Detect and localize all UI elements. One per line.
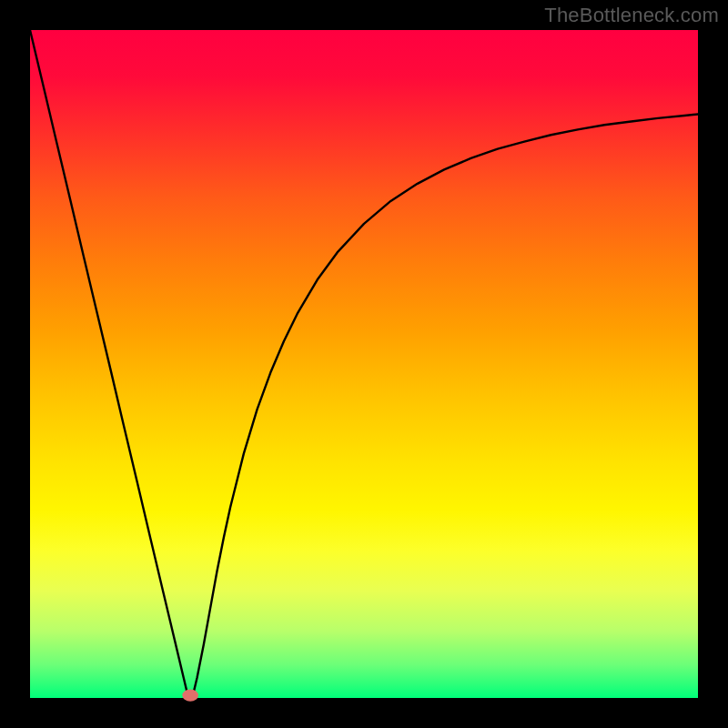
chart-frame: TheBottleneck.com: [0, 0, 728, 728]
bottleneck-chart: [0, 0, 728, 728]
minimum-marker: [182, 689, 198, 701]
plot-background: [30, 30, 698, 698]
watermark-text: TheBottleneck.com: [544, 4, 719, 27]
